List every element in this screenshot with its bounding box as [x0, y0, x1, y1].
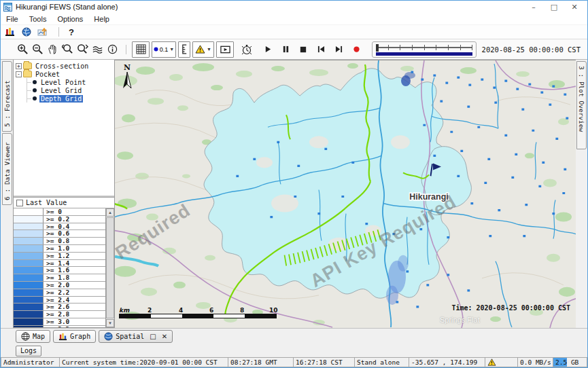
logs-row: Logs	[1, 344, 587, 357]
status-network-speed: 0.0 MB/s	[517, 357, 553, 367]
legend-swatch	[14, 326, 44, 327]
tab-graph[interactable]: Graph	[53, 330, 96, 343]
legend-value-label: >= 3.2	[44, 326, 69, 327]
zoom-out-icon[interactable]	[31, 43, 44, 56]
stop-button[interactable]	[297, 43, 309, 56]
menu-bar: File Tools Options Help	[1, 13, 587, 25]
spatial-display-icon[interactable]	[37, 26, 49, 37]
tab-data-viewer[interactable]: 6 : Data Viewer	[2, 133, 12, 205]
tree-item-pocket[interactable]: - Pocket	[14, 70, 114, 78]
scroll-up-icon[interactable]: ▲	[106, 208, 114, 217]
tree-item-level-point[interactable]: Level Point	[27, 78, 114, 86]
contour-interval-dropdown[interactable]: 0.1 ▼	[152, 41, 176, 58]
panel-close-icon[interactable]: ✕	[162, 333, 167, 340]
menu-options[interactable]: Options	[52, 15, 88, 23]
left-dock-strip: 5 : Forecast 6 : Data Viewer	[1, 60, 13, 328]
legend-swatch	[14, 311, 44, 318]
help-button[interactable]: ?	[69, 27, 74, 37]
zoom-in-icon[interactable]	[16, 43, 29, 56]
legend-value-label: >= 2.6	[44, 303, 69, 310]
time-slider-handle[interactable]	[376, 44, 379, 52]
menu-tools[interactable]: Tools	[24, 15, 52, 23]
status-mode: Stand alone	[354, 357, 409, 367]
bottom-tab-bar: Map Graph Spatial □ ✕	[1, 328, 587, 344]
tab-forecast[interactable]: 5 : Forecast	[2, 61, 12, 132]
legend-value-label: >= 0.2	[44, 216, 69, 223]
app-window: Hikurangi FEWS (Stand alone) – □ ✕ File …	[0, 0, 588, 368]
legend-value-label: >= 0.4	[44, 223, 69, 230]
menu-help[interactable]: Help	[88, 15, 115, 23]
legend-row: >= 3.2	[14, 326, 105, 327]
warning-threshold-dropdown[interactable]: ▼	[192, 41, 214, 58]
pan-hand-icon[interactable]	[46, 43, 59, 56]
legend-scrollbar[interactable]: ▲ ▼	[105, 208, 114, 327]
legend-swatch	[14, 216, 44, 223]
status-bar: Administrator Current system time:2020-0…	[1, 357, 587, 367]
legend-swatch	[14, 303, 44, 310]
legend-row: >= 2.2	[14, 289, 105, 297]
north-arrow: N	[122, 63, 133, 92]
animation-button[interactable]	[216, 41, 234, 58]
panel-maximize-icon[interactable]: □	[150, 333, 156, 340]
expand-icon[interactable]: +	[16, 63, 22, 69]
map-time-label: Time: 2020-08-25 00:00:00 CST	[451, 304, 570, 312]
window-title: Hikurangi FEWS (Stand alone)	[16, 3, 118, 11]
map-canvas[interactable]: Hikurangi API Key Required API Key Requi…	[115, 60, 576, 328]
warning-icon	[195, 45, 205, 54]
record-button[interactable]	[350, 43, 362, 56]
toolbar-separator	[58, 27, 59, 37]
scroll-thumb[interactable]	[106, 217, 114, 318]
current-time-label: 2020-08-25 00:00:00 CST	[482, 45, 581, 54]
scale-unit: km	[119, 307, 129, 314]
map-toolbar: 0.1 ▼ ▼	[1, 39, 587, 60]
layers-icon[interactable]	[90, 43, 104, 56]
tab-spatial[interactable]: Spatial □ ✕	[99, 330, 173, 343]
time-slider[interactable]	[372, 41, 477, 58]
menu-file[interactable]: File	[1, 15, 24, 23]
collapse-icon[interactable]: -	[16, 71, 22, 77]
grid-layer-button[interactable]	[132, 41, 150, 58]
close-button[interactable]: ✕	[564, 3, 585, 12]
layer-bullet-icon	[33, 80, 37, 84]
status-warning-cell[interactable]	[485, 357, 517, 367]
legend-swatch	[14, 245, 44, 252]
title-bar: Hikurangi FEWS (Stand alone) – □ ✕	[1, 1, 587, 13]
tree-item-depth-grid[interactable]: Depth Grid	[27, 94, 114, 103]
legend-swatch	[14, 230, 44, 237]
timer-icon[interactable]	[240, 43, 254, 56]
legend-swatch	[14, 260, 44, 267]
pause-button[interactable]	[279, 43, 292, 56]
step-forward-button[interactable]	[332, 43, 345, 56]
zoom-next-icon[interactable]	[75, 43, 89, 56]
minimize-button[interactable]: –	[523, 3, 544, 12]
tab-plot-overview[interactable]: 3 : Plot Overview	[576, 61, 587, 149]
maximize-button[interactable]: □	[544, 3, 564, 12]
tab-map[interactable]: Map	[16, 330, 50, 343]
status-user: Administrator	[1, 357, 59, 367]
last-value-label: Last Value	[26, 199, 67, 206]
legend-value-label: >= 1.6	[44, 267, 69, 274]
scale-ruler-button[interactable]	[178, 41, 190, 58]
step-back-button[interactable]	[315, 43, 327, 56]
legend-swatch	[14, 267, 44, 274]
scroll-down-icon[interactable]: ▼	[106, 319, 114, 327]
legend-value-label: >= 2.2	[44, 289, 69, 296]
status-memory: 2.5 GB	[553, 357, 587, 367]
legend-swatch	[14, 223, 44, 230]
legend-swatch	[14, 238, 44, 244]
logs-button[interactable]: Logs	[16, 346, 41, 356]
tree-item-level-grid[interactable]: Level Grid	[27, 86, 114, 94]
legend-row: >= 0.2	[14, 216, 105, 223]
explorer-icon[interactable]	[4, 26, 16, 37]
status-coordinates: -35.657 , 174.199	[409, 357, 485, 367]
map-globe-icon[interactable]	[20, 26, 33, 37]
bar-chart-icon	[58, 332, 67, 341]
place-label-springs-flat: Springs Flat	[440, 316, 480, 324]
app-icon	[3, 3, 12, 12]
zoom-previous-icon[interactable]	[60, 43, 74, 56]
legend-value-label: >= 2.8	[44, 311, 69, 318]
info-icon[interactable]	[105, 43, 119, 56]
main-toolbar: ?	[1, 25, 587, 39]
play-button[interactable]	[262, 43, 274, 56]
last-value-checkbox[interactable]	[16, 200, 23, 206]
